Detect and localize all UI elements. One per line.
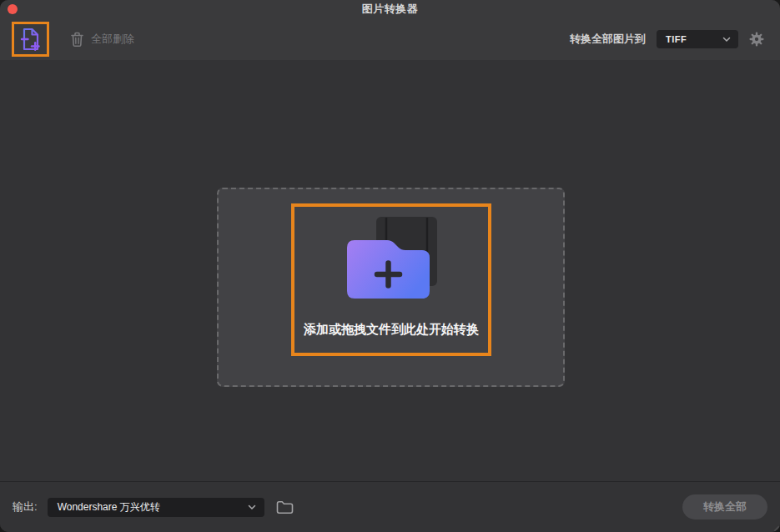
app-window: 图片转换器 (0, 0, 780, 532)
output-path-value: Wondershare 万兴优转 (58, 500, 248, 514)
dropzone-hint-text: 添加或拖拽文件到此处开始转换 (294, 322, 488, 338)
titlebar: 图片转换器 (0, 0, 780, 18)
toolbar: 全部删除 转换全部图片到 TIFF (0, 18, 780, 60)
window-title: 图片转换器 (362, 2, 419, 17)
format-dropdown[interactable]: TIFF (657, 30, 738, 48)
add-files-button[interactable] (12, 22, 49, 57)
convert-all-button[interactable]: 转换全部 (682, 494, 767, 519)
file-dropzone[interactable]: 添加或拖拽文件到此处开始转换 (217, 188, 565, 387)
gear-icon (749, 32, 764, 47)
format-dropdown-value: TIFF (666, 34, 722, 44)
chevron-down-icon (248, 504, 256, 510)
folder-plus-icon (347, 240, 430, 302)
bottombar: 输出: Wondershare 万兴优转 转换全部 (0, 481, 780, 532)
toolbar-right-group: 转换全部图片到 TIFF (570, 30, 764, 48)
folder-open-icon (276, 500, 294, 514)
delete-all-button[interactable]: 全部删除 (70, 32, 134, 48)
output-path-dropdown[interactable]: Wondershare 万兴优转 (48, 498, 264, 517)
main-area: 添加或拖拽文件到此处开始转换 (0, 60, 780, 481)
chevron-down-icon (722, 37, 731, 43)
settings-button[interactable] (749, 32, 764, 47)
add-file-icon (20, 28, 41, 52)
trash-icon (70, 32, 84, 48)
delete-all-label: 全部删除 (91, 32, 134, 47)
add-files-dropzone-target[interactable]: 添加或拖拽文件到此处开始转换 (291, 203, 491, 356)
output-label: 输出: (13, 499, 38, 514)
convert-to-label: 转换全部图片到 (570, 32, 646, 47)
close-window-button[interactable] (8, 4, 18, 14)
open-output-folder-button[interactable] (276, 500, 294, 514)
